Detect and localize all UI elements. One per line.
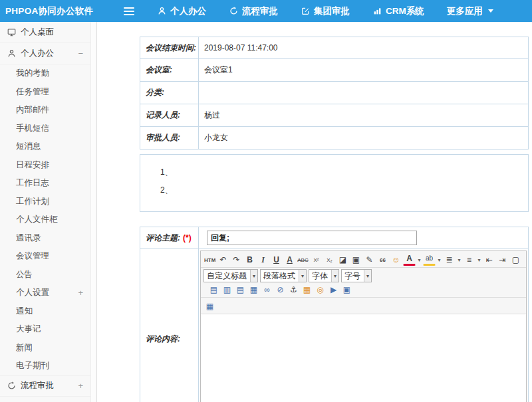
ordered-list-button[interactable]: ≣ <box>443 253 456 266</box>
superscript-button[interactable]: X² <box>310 253 323 266</box>
html-source-button[interactable]: HTML <box>203 253 216 266</box>
new-page-button[interactable]: ▢ <box>509 253 522 266</box>
field-label-cell: 审批人员: <box>140 127 199 149</box>
sidebar-item[interactable]: 内部邮件 <box>0 101 91 120</box>
paste-button[interactable]: ▣ <box>350 253 362 266</box>
subscript-button[interactable]: X₂ <box>323 253 336 266</box>
sidebar-item-label: 个人设置 <box>16 287 49 298</box>
nav-crm-system[interactable]: CRM系统 <box>372 5 424 17</box>
remove-format-button[interactable]: ◪ <box>336 253 349 266</box>
sidebar-item[interactable]: 我的考勤 <box>0 64 91 83</box>
sidebar-item-label: 工作计划 <box>16 196 49 207</box>
font-family-select[interactable]: 字体 ▾ <box>309 269 339 282</box>
indent-button[interactable]: ⇥ <box>496 253 509 266</box>
sidebar-item[interactable]: 任务管理 <box>0 83 91 102</box>
top-nav: 个人办公 流程审批 集团审批 CRM系统 更多应用 <box>157 5 493 17</box>
font-underline-button[interactable]: A <box>283 253 296 266</box>
topbar: PHPOA协同办公软件 个人办公 流程审批 集团审批 CRM系统 <box>0 0 532 22</box>
unordered-list-caret[interactable]: ▾ <box>476 253 482 266</box>
heading-select[interactable]: 自定义标题 ▾ <box>203 269 258 282</box>
unordered-list-button[interactable]: ≡ <box>463 253 475 266</box>
sidebar-item[interactable]: 通讯录 <box>0 229 91 248</box>
person-icon <box>157 7 166 16</box>
bold-button[interactable]: B <box>243 253 256 266</box>
sidebar-item-label: 手机短信 <box>16 123 49 134</box>
sidebar-item[interactable]: 工作日志 <box>0 174 91 193</box>
form-row: 记录人员: 杨过 <box>140 104 529 127</box>
rich-text-editor: HTML↶↷BIUAABCX²X₂◪▣✎66☺A▾ab▾≣▾≡▾⇤⇥▢ 自定义标… <box>200 251 527 402</box>
sidebar-item[interactable]: 短消息 <box>0 138 91 156</box>
editor-content-area[interactable] <box>201 314 526 402</box>
sidebar-section-desktop[interactable]: 个人桌面 <box>0 22 91 43</box>
sidebar-item[interactable]: 日程安排 <box>0 156 91 175</box>
blockquote-button[interactable]: 66 <box>376 253 389 266</box>
emoticon-button[interactable]: ☺ <box>390 253 402 266</box>
collapse-icon[interactable]: − <box>78 49 83 58</box>
field-label: 审批人员: <box>146 132 180 144</box>
chevron-down-icon: ▾ <box>364 270 371 282</box>
sidebar-item-label: 公告 <box>16 269 33 280</box>
sidebar-item-label: 工作日志 <box>16 177 49 189</box>
hamburger-menu-icon[interactable] <box>124 7 136 16</box>
sidebar-section-personal-office[interactable]: 个人办公 − <box>0 43 91 64</box>
sidebar-section-workflow[interactable]: 流程审批 + <box>0 375 91 397</box>
sidebar-item-label: 通讯录 <box>16 233 41 244</box>
sidebar-scrollbar[interactable] <box>90 22 96 402</box>
font-color-caret[interactable]: ▾ <box>416 253 422 266</box>
media-button[interactable]: ▶ <box>327 283 340 296</box>
table-button[interactable]: ▦ <box>203 300 216 312</box>
field-value: 小龙女 <box>204 132 228 144</box>
note-line: 2、 <box>160 181 521 199</box>
anchor-button[interactable]: ⚓ <box>287 283 300 296</box>
sidebar-item[interactable]: 大事记 <box>0 320 91 339</box>
save-button[interactable]: ▣ <box>340 283 353 296</box>
highlight-caret[interactable]: ▾ <box>436 253 442 266</box>
sidebar-item[interactable]: 公告 <box>0 266 91 284</box>
form-row: 审批人员: 小龙女 <box>140 127 529 150</box>
sidebar-item[interactable]: 个人设置 + <box>0 284 91 302</box>
nav-personal-office[interactable]: 个人办公 <box>157 5 206 17</box>
font-size-select[interactable]: 字号 ▾ <box>341 269 372 282</box>
underline-button[interactable]: U <box>270 253 283 266</box>
sidebar-list: 个人桌面 个人办公 − 我的考勤 任务管理 内部邮件 手机短信 短消息 <box>0 22 91 402</box>
italic-button[interactable]: I <box>257 253 269 266</box>
align-center-button[interactable]: ▥ <box>221 283 233 296</box>
field-label: 分类: <box>146 87 164 98</box>
sidebar-item[interactable]: 工作计划 <box>0 193 91 211</box>
nav-workflow-approval[interactable]: 流程审批 <box>229 5 278 17</box>
image-button[interactable]: ▦ <box>301 283 313 296</box>
unlink-button[interactable]: ⊘ <box>274 283 287 296</box>
comment-subject-input[interactable] <box>207 231 417 245</box>
outdent-button[interactable]: ⇤ <box>483 253 495 266</box>
link-button[interactable]: ∞ <box>261 283 273 296</box>
editor-toolbar-row2: 自定义标题 ▾ 段落格式 ▾ 字体 ▾ 字号 <box>201 268 526 298</box>
sidebar-item-label: 新闻 <box>16 342 33 353</box>
format-painter-button[interactable]: ✎ <box>363 253 376 266</box>
sidebar-item[interactable]: 通知 <box>0 302 91 321</box>
sidebar-item-label: 个人文件柜 <box>16 214 58 225</box>
expand-icon[interactable]: + <box>78 381 83 391</box>
sidebar-item[interactable]: 新闻 <box>0 339 91 357</box>
edit-icon <box>301 7 310 16</box>
nav-more-apps[interactable]: 更多应用 <box>447 5 493 17</box>
align-left-button[interactable]: ▤ <box>207 283 220 296</box>
sidebar-item[interactable]: 电子期刊 <box>0 357 91 375</box>
sidebar-item[interactable]: 会议管理 <box>0 247 91 266</box>
redo-button[interactable]: ↷ <box>230 253 243 266</box>
ordered-list-caret[interactable]: ▾ <box>456 253 462 266</box>
strikethrough-button[interactable]: ABC <box>297 253 309 266</box>
sidebar-item[interactable]: 手机短信 <box>0 120 91 138</box>
flash-button[interactable]: ◎ <box>314 283 327 296</box>
undo-button[interactable]: ↶ <box>217 253 229 266</box>
nav-group-approval[interactable]: 集团审批 <box>301 5 350 17</box>
sidebar-item[interactable]: 个人文件柜 <box>0 211 91 229</box>
field-label-cell: 会议室: <box>140 59 199 81</box>
select-label: 字体 <box>312 270 328 282</box>
align-right-button[interactable]: ▤ <box>234 283 247 296</box>
sidebar-item-label: 会议管理 <box>16 251 49 262</box>
paragraph-format-select[interactable]: 段落格式 ▾ <box>260 269 307 282</box>
highlight-button[interactable]: ab <box>423 253 436 266</box>
align-justify-button[interactable]: ▦ <box>247 283 260 296</box>
sidebar-item-label: 任务管理 <box>16 86 49 98</box>
font-color-button[interactable]: A <box>403 253 416 266</box>
